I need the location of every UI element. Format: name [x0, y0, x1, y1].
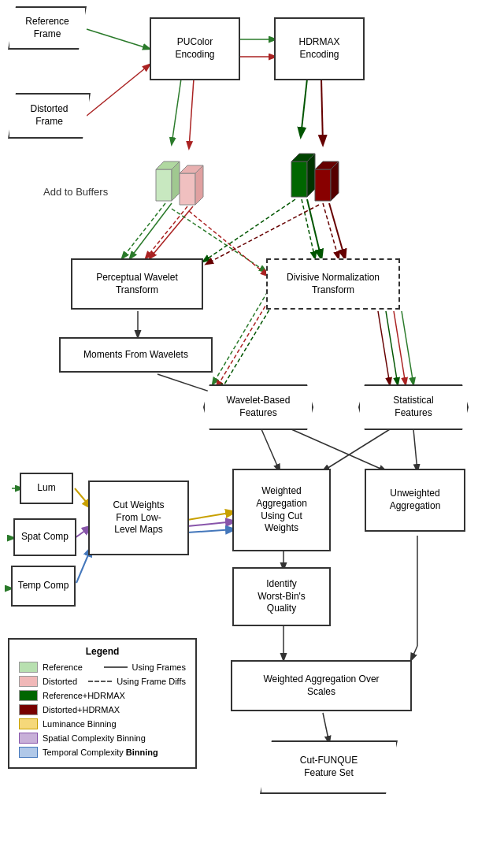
spat-comp-box: Spat Comp: [13, 518, 76, 556]
svg-line-0: [87, 29, 150, 49]
legend-title: Legend: [19, 646, 186, 657]
svg-line-25: [302, 199, 315, 258]
svg-line-44: [413, 429, 417, 471]
weighted-agg-cut-box: WeightedAggregationUsing CutWeights: [232, 469, 331, 551]
svg-marker-12: [307, 154, 315, 197]
using-frame-diffs-line: [88, 681, 112, 682]
svg-line-26: [307, 199, 321, 258]
svg-line-45: [291, 429, 386, 471]
distorted-frame-box: DistortedFrame: [8, 93, 91, 139]
svg-marker-14: [315, 161, 339, 169]
wavelet-features-box: Wavelet-BasedFeatures: [203, 384, 313, 430]
svg-marker-6: [172, 161, 180, 201]
legend-item-distorted: Distorted Using Frame Diffs: [19, 676, 186, 687]
svg-line-59: [323, 713, 329, 743]
svg-line-41: [220, 299, 276, 391]
ref-hdrmax-label: Reference+HDRMAX: [43, 691, 125, 700]
svg-marker-4: [156, 169, 172, 201]
lum-box: Lum: [20, 473, 73, 504]
spat-binning-label: Spatial Complexity Binning: [43, 733, 146, 743]
legend-item-temp-binning: Temporal Complexity Binning: [19, 747, 186, 758]
cut-funque-box: Cut-FUNQUEFeature Set: [260, 740, 398, 794]
svg-line-31: [203, 199, 295, 262]
moments-wavelets-box: Moments From Wavelets: [59, 337, 213, 373]
lum-binning-label: Luminance Binning: [43, 719, 117, 729]
cut-weights-box: Cut WeightsFrom Low-Level Maps: [88, 481, 189, 555]
svg-line-17: [172, 79, 181, 144]
svg-line-42: [261, 429, 280, 471]
svg-line-24: [150, 206, 193, 258]
svg-marker-7: [180, 173, 195, 205]
svg-line-19: [301, 79, 307, 136]
svg-line-23: [146, 206, 187, 258]
svg-marker-10: [291, 161, 307, 197]
legend-item-spat-binning: Spatial Complexity Binning: [19, 733, 186, 744]
svg-line-36: [394, 311, 406, 384]
svg-line-39: [213, 291, 268, 384]
reference-frame-box: Reference Frame: [8, 6, 87, 50]
reference-color: [19, 662, 38, 673]
distorted-color: [19, 676, 38, 687]
svg-marker-15: [331, 161, 339, 201]
svg-line-28: [329, 203, 345, 258]
svg-marker-13: [315, 169, 331, 201]
dist-hdrmax-label: Distorted+HDRMAX: [43, 705, 120, 714]
pucolor-encoding-box: PUColorEncoding: [150, 17, 240, 80]
legend-item-lum-binning: Luminance Binning: [19, 718, 186, 729]
divisive-norm-box: Divisive NormalizationTransform: [266, 258, 400, 310]
svg-line-22: [130, 203, 172, 258]
svg-line-35: [402, 311, 413, 384]
svg-line-52: [187, 512, 235, 520]
reference-label: Reference: [43, 662, 83, 672]
svg-line-43: [323, 429, 390, 471]
using-frame-diffs-label: Using Frame Diffs: [117, 677, 186, 686]
lum-binning-color: [19, 718, 38, 729]
svg-line-1: [87, 65, 150, 116]
svg-line-18: [189, 79, 194, 148]
dist-hdrmax-color: [19, 704, 38, 715]
svg-text:Add to Buffers: Add to Buffers: [43, 186, 109, 198]
ref-hdrmax-color: [19, 690, 38, 701]
svg-line-53: [187, 521, 235, 526]
statistical-features-box: StatisticalFeatures: [358, 384, 469, 430]
legend-box: Legend Reference Using Frames Distorted …: [8, 638, 197, 769]
svg-line-57: [411, 646, 417, 660]
legend-item-ref-hdrmax: Reference+HDRMAX: [19, 690, 186, 701]
svg-line-40: [217, 295, 272, 388]
diagram-container: Add to Buffers: [0, 0, 504, 846]
legend-item-reference: Reference Using Frames: [19, 662, 186, 673]
legend-item-dist-hdrmax: Distorted+HDRMAX: [19, 704, 186, 715]
svg-line-27: [323, 203, 339, 258]
svg-line-21: [122, 203, 165, 258]
using-frames-line: [104, 666, 128, 668]
svg-marker-9: [195, 165, 203, 205]
svg-marker-11: [291, 154, 315, 161]
unweighted-agg-box: UnweightedAggregation: [365, 469, 465, 532]
weighted-agg-scales-box: Weighted Aggregation OverScales: [231, 660, 412, 711]
temp-binning-label: Temporal Complexity Binning: [43, 748, 158, 757]
svg-marker-5: [156, 161, 180, 169]
temp-binning-color: [19, 747, 38, 758]
perceptual-wavelet-box: Perceptual WaveletTransform: [71, 258, 203, 310]
spat-binning-color: [19, 733, 38, 744]
svg-marker-8: [180, 165, 203, 173]
svg-line-37: [386, 311, 398, 384]
svg-line-32: [206, 205, 319, 264]
temp-comp-box: Temp Comp: [11, 566, 76, 607]
hdrmax-encoding-box: HDRMAXEncoding: [274, 17, 365, 80]
svg-line-38: [378, 311, 390, 384]
svg-line-54: [187, 529, 235, 532]
svg-line-20: [321, 79, 323, 144]
identify-worst-box: IdentifyWorst-Bin'sQuality: [232, 567, 331, 626]
distorted-label: Distorted: [43, 677, 77, 686]
using-frames-label: Using Frames: [132, 662, 186, 672]
